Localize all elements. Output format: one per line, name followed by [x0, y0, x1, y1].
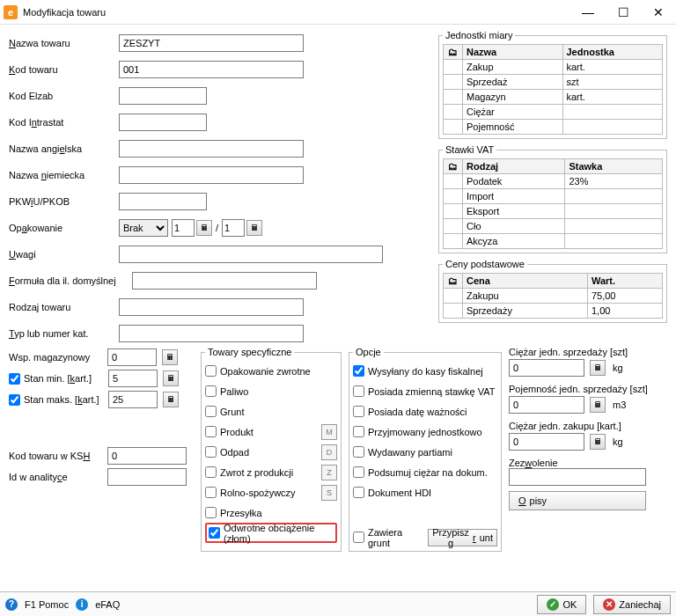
table-icon[interactable]: 🗂 [444, 45, 463, 60]
help-icon[interactable]: ? [5, 598, 18, 611]
cell: Zakupu [463, 289, 588, 304]
chk-zmienna-vat[interactable] [353, 385, 364, 397]
anal-input[interactable] [107, 468, 187, 486]
unit-kg: kg [613, 363, 623, 373]
spec-legend: Towary specyficzne [205, 347, 294, 357]
chk-partiami[interactable] [353, 446, 364, 458]
poj-sp-input[interactable] [509, 396, 584, 414]
chk-label: Zwrot z produkcji [220, 467, 293, 478]
jednostki-table[interactable]: 🗂 Nazwa Jednostka Zakupkart. Sprzedaższt… [443, 44, 663, 135]
calc-icon[interactable]: 🖩 [162, 349, 178, 365]
opak-n2-input[interactable] [222, 219, 245, 237]
calc-icon[interactable]: 🖩 [163, 392, 179, 407]
cell: 23% [565, 174, 663, 189]
opakowanie-select[interactable]: Brak [119, 219, 168, 237]
cross-icon: ✕ [603, 598, 615, 611]
col-rodzaj: Rodzaj [463, 159, 565, 174]
uwagi-input[interactable] [119, 246, 383, 263]
table-icon[interactable]: 🗂 [444, 159, 463, 174]
formula-input[interactable] [132, 272, 317, 290]
pkwiu-input[interactable] [119, 193, 207, 210]
calc-icon[interactable]: 🖩 [590, 434, 606, 450]
chk-label: Dokument HDI [368, 488, 431, 498]
cell: Eksport [463, 204, 565, 219]
form-left: NNazwa towaruazwa towaru Kod towaru Kod … [9, 30, 431, 347]
ciezar-zk-input[interactable] [509, 433, 584, 451]
ksh-input[interactable] [107, 447, 187, 465]
nazwa-ang-input[interactable] [119, 140, 304, 158]
stanmax-check[interactable] [9, 394, 20, 406]
close-button[interactable]: ✕ [641, 0, 676, 25]
chk-przesylka[interactable] [205, 507, 217, 518]
maximize-button[interactable]: ☐ [606, 0, 641, 25]
chk-kasa[interactable] [353, 365, 364, 377]
z-button[interactable]: Z [321, 465, 337, 480]
calc-icon[interactable]: 🖩 [590, 397, 606, 413]
efaq-label[interactable]: eFAQ [95, 599, 120, 610]
chk-hdi[interactable] [353, 487, 364, 498]
label-opak: Opakowanie [9, 223, 119, 233]
vat-table[interactable]: 🗂 Rodzaj Stawka Podatek23% Import Ekspor… [443, 158, 663, 249]
odwrotne-highlight: Odwrotne obciążenie (złom) [205, 523, 337, 543]
chk-zwrot[interactable] [205, 466, 217, 478]
label-elzab: Kod Elzab [9, 91, 119, 101]
help-label[interactable]: F1 Pomoc [25, 599, 69, 610]
label-nazwa: NNazwa towaruazwa towaru [9, 38, 119, 48]
cancel-button[interactable]: ✕Zaniechaj [593, 595, 671, 614]
nazwa-towaru-input[interactable] [119, 34, 304, 52]
typ-input[interactable] [119, 325, 304, 342]
rodzaj-input[interactable] [119, 298, 304, 316]
opisy-button[interactable]: Opisy [509, 491, 646, 510]
calc-icon[interactable]: 🖩 [246, 220, 262, 236]
m-button[interactable]: M [321, 424, 337, 440]
kod-towaru-input[interactable] [119, 61, 304, 78]
calc-icon[interactable]: 🖩 [163, 370, 179, 386]
calc-icon[interactable]: 🖩 [590, 360, 606, 376]
label-ang: Nazwa angielska [9, 143, 119, 154]
opak-n1-input[interactable] [172, 219, 195, 237]
table-icon[interactable]: 🗂 [444, 274, 463, 289]
towary-spec-group: Towary specyficzne Opakowanie zwrotne Pa… [201, 347, 342, 552]
stanmin-label: Stan min. [kart.] [24, 373, 105, 384]
d-button[interactable]: D [321, 444, 337, 460]
col-jednostka: Jednostka [562, 45, 663, 60]
cell [565, 204, 663, 219]
label-typ: Typ lub numer kat. [9, 328, 119, 339]
efaq-icon[interactable]: i [76, 598, 88, 611]
chk-produkt[interactable] [205, 426, 217, 437]
chk-paliwo[interactable] [205, 385, 217, 397]
calc-icon[interactable]: 🖩 [196, 220, 212, 236]
chk-odwrotne[interactable] [209, 527, 220, 539]
cell: Import [463, 189, 565, 204]
ok-button[interactable]: ✓OK [537, 595, 586, 614]
chk-label: Grunt [220, 407, 245, 417]
cell: szt [562, 75, 663, 90]
zezwolenie-input[interactable] [509, 468, 646, 486]
s-button[interactable]: S [321, 485, 337, 501]
chk-grunt[interactable] [205, 406, 217, 417]
chk-jednostkowo[interactable] [353, 426, 364, 437]
chk-opak-zwrotne[interactable] [205, 365, 217, 377]
stanmax-input[interactable] [108, 391, 158, 408]
chk-label: Posiada zmienną stawkę VAT [368, 386, 496, 397]
wsp-input[interactable] [107, 348, 157, 366]
ceny-table[interactable]: 🗂 Cena Wart. Zakupu75,00 Sprzedaży1,00 [443, 273, 663, 319]
chk-label: Wydawany partiami [368, 447, 452, 458]
nazwa-niem-input[interactable] [119, 166, 304, 184]
cell [565, 189, 663, 204]
chk-rolno[interactable] [205, 487, 217, 498]
kod-intrastat-input[interactable] [119, 114, 207, 131]
unit-kg: kg [613, 436, 623, 447]
przypisz-grunt-button[interactable]: Przypisz grunt [428, 529, 497, 546]
label-formula: Formuła dla il. domyślnej [9, 275, 132, 286]
kod-elzab-input[interactable] [119, 87, 207, 105]
stanmin-check[interactable] [9, 373, 20, 385]
chk-odpad[interactable] [205, 446, 217, 458]
chk-podsumuj[interactable] [353, 466, 364, 478]
stanmin-input[interactable] [108, 370, 158, 387]
minimize-button[interactable]: — [570, 0, 606, 25]
chk-data-wazn[interactable] [353, 406, 364, 417]
ciezar-sp-input[interactable] [509, 359, 584, 377]
chk-zawiera-grunt[interactable] [353, 532, 364, 543]
cell: Sprzedaży [463, 304, 588, 319]
